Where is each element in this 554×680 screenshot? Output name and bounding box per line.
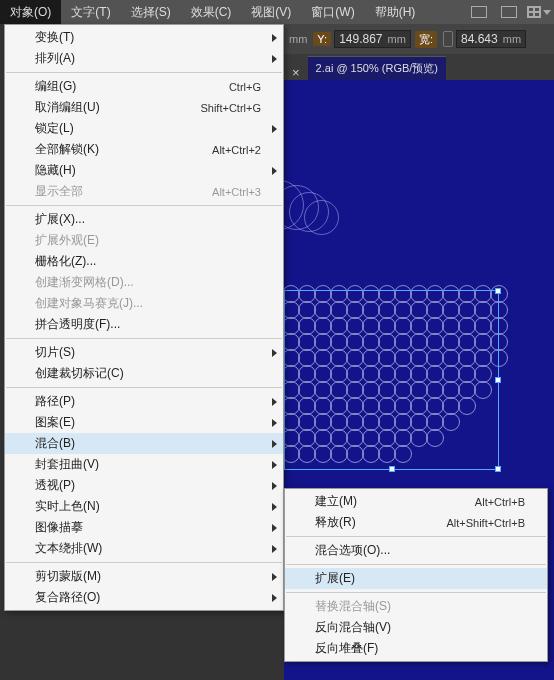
document-tab[interactable]: 2.ai @ 150% (RGB/预览) xyxy=(308,56,446,80)
submenu-arrow-icon xyxy=(272,55,277,63)
object-menu-item-30[interactable]: 复合路径(O) xyxy=(5,587,283,608)
object-menu-item-4[interactable]: 取消编组(U)Shift+Ctrl+G xyxy=(5,97,283,118)
menu-shortcut: Alt+Ctrl+B xyxy=(475,496,525,508)
object-menu: 变换(T)排列(A)编组(G)Ctrl+G取消编组(U)Shift+Ctrl+G… xyxy=(4,24,284,611)
menu-separator xyxy=(6,338,282,339)
menu-item-label: 封套扭曲(V) xyxy=(35,456,261,473)
menu-shortcut: Shift+Ctrl+G xyxy=(200,102,261,114)
menu-view[interactable]: 视图(V) xyxy=(241,0,301,24)
object-menu-item-7[interactable]: 隐藏(H) xyxy=(5,160,283,181)
submenu-arrow-icon xyxy=(272,503,277,511)
menu-item-label: 透视(P) xyxy=(35,477,261,494)
sel-handle[interactable] xyxy=(495,466,501,472)
menu-item-label: 释放(R) xyxy=(315,514,446,531)
menu-separator xyxy=(286,592,546,593)
menu-help[interactable]: 帮助(H) xyxy=(365,0,426,24)
w-label: 宽: xyxy=(415,31,437,48)
w-input[interactable]: 84.643 mm xyxy=(456,30,526,48)
layout-icon[interactable] xyxy=(467,0,491,24)
menu-separator xyxy=(286,564,546,565)
artboard-icon[interactable] xyxy=(497,0,521,24)
link-icon[interactable] xyxy=(443,31,453,47)
menu-item-label: 创建对象马赛克(J)... xyxy=(35,295,261,312)
object-menu-item-18[interactable]: 创建裁切标记(C) xyxy=(5,363,283,384)
submenu-arrow-icon xyxy=(272,167,277,175)
blend-menu-item-0[interactable]: 建立(M)Alt+Ctrl+B xyxy=(285,491,547,512)
object-menu-item-12[interactable]: 栅格化(Z)... xyxy=(5,251,283,272)
object-menu-item-27[interactable]: 文本绕排(W) xyxy=(5,538,283,559)
object-menu-item-25[interactable]: 实时上色(N) xyxy=(5,496,283,517)
object-menu-item-26[interactable]: 图像描摹 xyxy=(5,517,283,538)
menu-shortcut: Alt+Ctrl+3 xyxy=(212,186,261,198)
object-menu-item-1[interactable]: 排列(A) xyxy=(5,48,283,69)
object-menu-item-5[interactable]: 锁定(L) xyxy=(5,118,283,139)
blend-menu-item-8[interactable]: 反向混合轴(V) xyxy=(285,617,547,638)
menu-item-label: 实时上色(N) xyxy=(35,498,261,515)
menu-item-label: 剪切蒙版(M) xyxy=(35,568,261,585)
menu-item-label: 隐藏(H) xyxy=(35,162,261,179)
object-menu-item-22[interactable]: 混合(B) xyxy=(5,433,283,454)
x-unit: mm xyxy=(289,33,307,45)
object-menu-item-24[interactable]: 透视(P) xyxy=(5,475,283,496)
menu-type[interactable]: 文字(T) xyxy=(61,0,120,24)
submenu-arrow-icon xyxy=(272,419,277,427)
object-menu-item-13: 创建渐变网格(D)... xyxy=(5,272,283,293)
menu-effect[interactable]: 效果(C) xyxy=(181,0,242,24)
blend-menu-item-5[interactable]: 扩展(E) xyxy=(285,568,547,589)
menu-shortcut: Alt+Ctrl+2 xyxy=(212,144,261,156)
menu-separator xyxy=(6,562,282,563)
tab-close-prev[interactable]: × xyxy=(284,65,308,80)
menu-item-label: 建立(M) xyxy=(315,493,475,510)
document-tabs: × 2.ai @ 150% (RGB/预览) xyxy=(284,54,554,80)
menubar: 对象(O) 文字(T) 选择(S) 效果(C) 视图(V) 窗口(W) 帮助(H… xyxy=(0,0,554,24)
menu-window[interactable]: 窗口(W) xyxy=(301,0,364,24)
object-menu-item-8: 显示全部Alt+Ctrl+3 xyxy=(5,181,283,202)
menu-item-label: 图案(E) xyxy=(35,414,261,431)
submenu-arrow-icon xyxy=(272,349,277,357)
object-menu-item-3[interactable]: 编组(G)Ctrl+G xyxy=(5,76,283,97)
blend-menu-item-9[interactable]: 反向堆叠(F) xyxy=(285,638,547,659)
blend-menu-item-3[interactable]: 混合选项(O)... xyxy=(285,540,547,561)
menu-item-label: 锁定(L) xyxy=(35,120,261,137)
menu-item-label: 扩展(X)... xyxy=(35,211,261,228)
menu-item-label: 切片(S) xyxy=(35,344,261,361)
object-menu-item-23[interactable]: 封套扭曲(V) xyxy=(5,454,283,475)
object-menu-item-14: 创建对象马赛克(J)... xyxy=(5,293,283,314)
menu-object[interactable]: 对象(O) xyxy=(0,0,61,24)
menu-item-label: 全部解锁(K) xyxy=(35,141,212,158)
menu-item-label: 栅格化(Z)... xyxy=(35,253,261,270)
menu-item-label: 图像描摹 xyxy=(35,519,261,536)
menu-item-label: 创建裁切标记(C) xyxy=(35,365,261,382)
workspace-switcher[interactable] xyxy=(527,0,551,24)
y-label: Y: xyxy=(313,32,331,46)
object-menu-item-20[interactable]: 路径(P) xyxy=(5,391,283,412)
menu-item-label: 复合路径(O) xyxy=(35,589,261,606)
menu-select[interactable]: 选择(S) xyxy=(121,0,181,24)
sel-handle[interactable] xyxy=(495,288,501,294)
object-menu-item-21[interactable]: 图案(E) xyxy=(5,412,283,433)
menu-item-label: 混合(B) xyxy=(35,435,261,452)
submenu-arrow-icon xyxy=(272,125,277,133)
object-menu-item-15[interactable]: 拼合透明度(F)... xyxy=(5,314,283,335)
menu-item-label: 扩展外观(E) xyxy=(35,232,261,249)
menu-item-label: 路径(P) xyxy=(35,393,261,410)
object-menu-item-29[interactable]: 剪切蒙版(M) xyxy=(5,566,283,587)
menu-separator xyxy=(6,387,282,388)
selection-rect xyxy=(284,290,499,470)
menu-item-label: 排列(A) xyxy=(35,50,261,67)
object-menu-item-6[interactable]: 全部解锁(K)Alt+Ctrl+2 xyxy=(5,139,283,160)
menu-item-label: 拼合透明度(F)... xyxy=(35,316,261,333)
submenu-arrow-icon xyxy=(272,461,277,469)
object-menu-item-0[interactable]: 变换(T) xyxy=(5,27,283,48)
menu-item-label: 取消编组(U) xyxy=(35,99,200,116)
submenu-arrow-icon xyxy=(272,440,277,448)
y-input[interactable]: 149.867 mm xyxy=(334,30,411,48)
sel-handle[interactable] xyxy=(389,466,395,472)
menu-item-label: 反向混合轴(V) xyxy=(315,619,525,636)
object-menu-item-10[interactable]: 扩展(X)... xyxy=(5,209,283,230)
object-menu-item-17[interactable]: 切片(S) xyxy=(5,342,283,363)
blend-menu-item-1[interactable]: 释放(R)Alt+Shift+Ctrl+B xyxy=(285,512,547,533)
control-bar: mm Y: 149.867 mm 宽: 84.643 mm xyxy=(284,24,554,54)
sel-handle[interactable] xyxy=(495,377,501,383)
submenu-arrow-icon xyxy=(272,482,277,490)
